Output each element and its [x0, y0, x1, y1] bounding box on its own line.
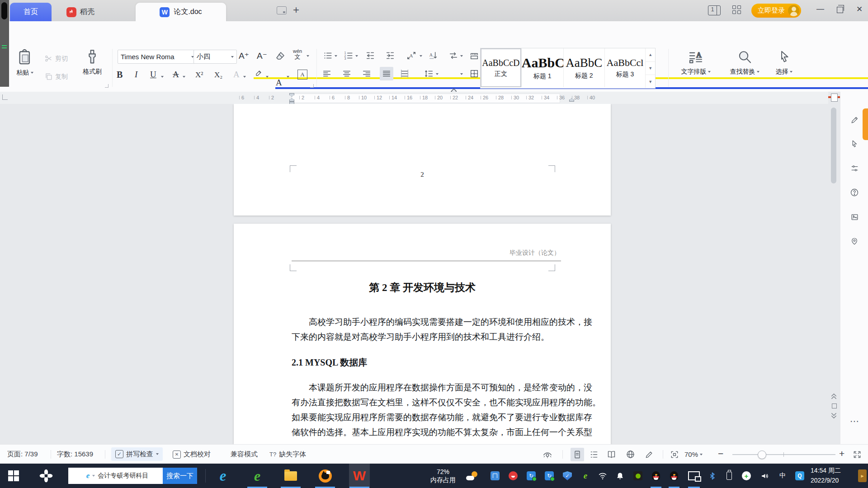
tray-browser-icon[interactable]: e — [579, 464, 592, 488]
fit-page-button[interactable] — [670, 445, 679, 464]
style-heading1[interactable]: AaBbC( 标题 1 — [522, 48, 564, 87]
weather-tray-icon[interactable] — [464, 464, 480, 488]
tray-usb-icon[interactable] — [488, 464, 502, 488]
taskbar-clock[interactable]: 14:54 周二 2022/9/20 — [811, 464, 858, 488]
adjust-spacing-icon[interactable] — [849, 163, 860, 174]
text-effects-button[interactable]: A — [233, 70, 240, 80]
tab-docer[interactable]: 稻壳 — [53, 3, 108, 21]
align-left-button[interactable] — [322, 69, 332, 79]
find-replace-button[interactable]: 查找替换 — [725, 49, 764, 88]
restore-button[interactable] — [837, 7, 843, 13]
align-right-button[interactable] — [362, 69, 372, 79]
style-heading3[interactable]: AaBbCcl 标题 3 — [605, 48, 646, 87]
docer-resource-tab[interactable] — [863, 108, 868, 140]
tray-notification-bell-icon[interactable] — [613, 464, 627, 488]
bold-button[interactable]: B — [117, 70, 123, 80]
360-desktop-icon[interactable] — [33, 464, 60, 488]
tray-antivirus-icon[interactable]: + — [740, 464, 753, 488]
taskbar-search-button[interactable]: 搜索一下 — [163, 468, 197, 484]
distribute-button[interactable] — [400, 69, 410, 79]
vertical-scrollbar[interactable] — [831, 108, 836, 183]
zoom-out-button[interactable]: − — [718, 444, 723, 463]
tab-document[interactable]: W 论文.doc — [136, 3, 226, 21]
style-scroll-down[interactable]: ▼ — [646, 62, 655, 75]
character-scale-button[interactable]: A — [406, 51, 417, 61]
paste-button[interactable]: 粘贴 — [12, 49, 38, 88]
taskbar-explorer-icon[interactable] — [280, 464, 301, 488]
tab-preview-icon[interactable] — [277, 6, 287, 14]
tray-usb-drive-icon[interactable] — [722, 464, 736, 488]
missing-font-button[interactable]: T? 缺失字体 — [269, 445, 306, 464]
document-canvas[interactable]: 2 毕业设计（论文） 第 2 章 开发环境与技术 高校学习助手小程序的编码实现需… — [0, 104, 828, 444]
align-center-button[interactable] — [342, 69, 352, 79]
bullets-button[interactable] — [323, 51, 333, 61]
character-border-button[interactable]: A — [297, 70, 307, 80]
horizontal-ruler[interactable]: 6 4 2 2 4 6 8 10 12 14 16 18 20 22 24 26… — [0, 92, 828, 104]
resource-tag-icon[interactable] — [849, 236, 860, 247]
tray-ime-icon[interactable]: 中 — [776, 464, 789, 488]
superscript-button[interactable]: X² — [195, 70, 203, 80]
tray-network-icon[interactable] — [596, 464, 609, 488]
page-current[interactable]: 毕业设计（论文） 第 2 章 开发环境与技术 高校学习助手小程序的编码实现需要搭… — [234, 224, 611, 444]
minimize-button[interactable]: — — [816, 5, 824, 14]
text-direction-button[interactable] — [448, 51, 458, 61]
sort-button[interactable]: A — [429, 51, 439, 61]
taskbar-360-browser-icon[interactable]: e — [247, 464, 268, 488]
tray-bluetooth-icon[interactable] — [705, 464, 719, 488]
justify-button[interactable] — [380, 67, 393, 80]
word-count[interactable]: 字数: 15639 — [57, 445, 93, 464]
format-painter-button[interactable]: 格式刷 — [78, 49, 107, 88]
login-button[interactable]: 立即登录 — [751, 4, 801, 18]
previous-page-button[interactable] — [830, 392, 838, 400]
tray-qq-icon[interactable] — [649, 464, 663, 488]
taskbar-cat-app-icon[interactable] — [315, 464, 335, 488]
memory-usage-widget[interactable]: 72% 内存占用 — [430, 464, 462, 488]
ruler-page-icon[interactable] — [831, 94, 838, 102]
tray-display-icon[interactable] — [686, 464, 702, 488]
tray-nvidia-icon[interactable] — [631, 464, 645, 488]
paragraph-layout-button[interactable] — [469, 51, 479, 61]
start-button[interactable] — [0, 464, 27, 488]
text-layout-button[interactable]: A 文字排版 — [676, 49, 715, 88]
style-normal[interactable]: AaBbCcD 正文 — [481, 48, 522, 87]
zoom-slider-track[interactable] — [732, 454, 835, 455]
strikethrough-button[interactable]: A — [173, 70, 179, 80]
outline-view-button[interactable] — [590, 445, 599, 464]
window-layout-icon[interactable]: 1 — [708, 5, 721, 15]
increase-indent-button[interactable] — [385, 51, 395, 61]
line-spacing-button[interactable] — [424, 69, 434, 79]
tray-volume-icon[interactable] — [758, 464, 771, 488]
clear-format-button[interactable] — [275, 51, 286, 61]
edge-widget-handle[interactable] — [1, 2, 7, 19]
select-button[interactable]: 选择 — [769, 49, 798, 88]
zoom-in-button[interactable]: + — [839, 444, 844, 463]
tray-sync2-icon[interactable]: ↻ — [542, 464, 556, 488]
new-tab-button[interactable]: + — [293, 4, 299, 16]
help-icon[interactable] — [849, 187, 860, 198]
tab-home[interactable]: 首页 — [10, 3, 52, 21]
show-desktop-button[interactable]: ▸ — [858, 469, 867, 482]
underline-button[interactable]: U — [150, 70, 156, 80]
select-tool-icon[interactable] — [849, 138, 860, 149]
cut-button[interactable]: 剪切 — [44, 54, 68, 63]
taskbar-ie-icon[interactable]: e — [212, 464, 233, 488]
tray-sync1-icon[interactable]: ↻ — [524, 464, 538, 488]
taskbar-search-box[interactable]: e 会计专硕考研科目 — [68, 468, 166, 484]
compatibility-mode[interactable]: 兼容模式 — [231, 445, 258, 464]
tray-app-red-icon[interactable] — [506, 464, 520, 488]
font-name-combo[interactable]: Times New Roma — [118, 50, 197, 64]
style-gallery-expand[interactable]: ▼ — [646, 75, 655, 88]
ocr-image-icon[interactable] — [849, 211, 860, 222]
annotate-pen-button[interactable] — [645, 445, 654, 464]
pinyin-guide-button[interactable]: wén 文 — [293, 49, 302, 60]
more-tools-icon[interactable]: ⋯ — [849, 416, 860, 427]
select-browse-object-button[interactable] — [832, 404, 837, 408]
page-previous[interactable]: 2 — [234, 104, 611, 216]
fullscreen-button[interactable] — [853, 445, 862, 464]
proofread-button[interactable]: ✕ 文档校对 — [173, 445, 211, 464]
tray-tim-icon[interactable] — [667, 464, 681, 488]
style-heading2[interactable]: AaBbC 标题 2 — [564, 48, 605, 87]
subscript-button[interactable]: X₂ — [214, 70, 222, 80]
shrink-font-button[interactable]: A⁻ — [257, 51, 267, 61]
apps-grid-icon[interactable] — [732, 5, 741, 14]
